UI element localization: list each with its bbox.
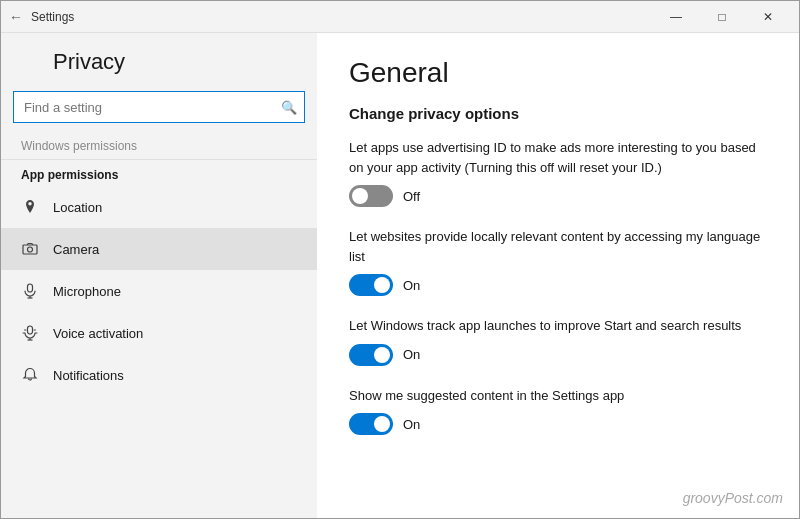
- microphone-icon: [21, 282, 39, 300]
- advertising-toggle[interactable]: [349, 185, 393, 207]
- location-label: Location: [53, 200, 102, 215]
- sidebar-item-camera[interactable]: Camera: [1, 228, 317, 270]
- sidebar-item-voice[interactable]: Voice activation: [1, 312, 317, 354]
- content-title: General: [349, 57, 767, 89]
- sidebar-item-location[interactable]: Location: [1, 186, 317, 228]
- settings-window: ← Settings — □ ✕ Privacy 🔍 Windows permi…: [0, 0, 800, 519]
- launches-toggle[interactable]: [349, 344, 393, 366]
- title-bar-left: ← Settings: [9, 9, 653, 25]
- sidebar-item-notifications[interactable]: Notifications: [1, 354, 317, 396]
- privacy-item-advertising: Let apps use advertising ID to make ads …: [349, 138, 767, 207]
- language-toggle[interactable]: [349, 274, 393, 296]
- location-icon: [21, 198, 39, 216]
- privacy-item-suggested: Show me suggested content in the Setting…: [349, 386, 767, 436]
- notifications-icon: [21, 366, 39, 384]
- privacy-item-launches: Let Windows track app launches to improv…: [349, 316, 767, 366]
- launches-toggle-label: On: [403, 347, 420, 362]
- minimize-button[interactable]: —: [653, 1, 699, 33]
- search-container: 🔍: [13, 91, 305, 123]
- title-bar-title: Settings: [31, 10, 74, 24]
- suggested-toggle-label: On: [403, 417, 420, 432]
- svg-rect-5: [28, 326, 33, 334]
- camera-label: Camera: [53, 242, 99, 257]
- search-input[interactable]: [13, 91, 305, 123]
- svg-point-1: [28, 247, 33, 252]
- suggested-toggle[interactable]: [349, 413, 393, 435]
- suggested-text: Show me suggested content in the Setting…: [349, 386, 767, 406]
- svg-rect-2: [28, 284, 33, 292]
- advertising-toggle-row: Off: [349, 185, 767, 207]
- app-permissions-label: App permissions: [1, 162, 317, 186]
- launches-text: Let Windows track app launches to improv…: [349, 316, 767, 336]
- language-toggle-label: On: [403, 278, 420, 293]
- maximize-button[interactable]: □: [699, 1, 745, 33]
- title-bar-controls: — □ ✕: [653, 1, 791, 33]
- language-text: Let websites provide locally relevant co…: [349, 227, 767, 266]
- sidebar: Privacy 🔍 Windows permissions App permis…: [1, 33, 317, 518]
- launches-toggle-row: On: [349, 344, 767, 366]
- privacy-item-language: Let websites provide locally relevant co…: [349, 227, 767, 296]
- toggle-knob: [352, 188, 368, 204]
- voice-icon: [21, 324, 39, 342]
- language-toggle-row: On: [349, 274, 767, 296]
- suggested-toggle-row: On: [349, 413, 767, 435]
- voice-label: Voice activation: [53, 326, 143, 341]
- toggle-knob: [374, 347, 390, 363]
- windows-permissions-label: Windows permissions: [1, 135, 317, 157]
- advertising-text: Let apps use advertising ID to make ads …: [349, 138, 767, 177]
- main-content: Privacy 🔍 Windows permissions App permis…: [1, 33, 799, 518]
- advertising-toggle-label: Off: [403, 189, 420, 204]
- close-button[interactable]: ✕: [745, 1, 791, 33]
- divider: [1, 159, 317, 160]
- notifications-label: Notifications: [53, 368, 124, 383]
- title-bar: ← Settings — □ ✕: [1, 1, 799, 33]
- toggle-knob: [374, 277, 390, 293]
- watermark: groovyPost.com: [683, 490, 783, 506]
- content-area: General Change privacy options Let apps …: [317, 33, 799, 518]
- sidebar-item-microphone[interactable]: Microphone: [1, 270, 317, 312]
- back-button[interactable]: ←: [9, 9, 23, 25]
- content-subtitle: Change privacy options: [349, 105, 767, 122]
- sidebar-title: Privacy: [1, 33, 317, 83]
- toggle-knob: [374, 416, 390, 432]
- microphone-label: Microphone: [53, 284, 121, 299]
- search-icon: 🔍: [281, 100, 297, 115]
- svg-rect-0: [23, 245, 37, 254]
- camera-icon: [21, 240, 39, 258]
